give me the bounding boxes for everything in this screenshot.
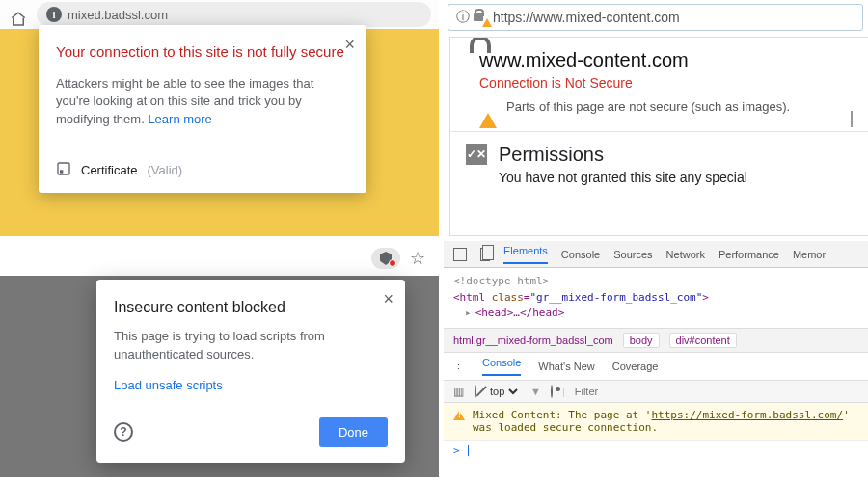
- page-info-icon[interactable]: ⓘ: [456, 9, 470, 26]
- connection-detail: Parts of this page are not secure (such …: [506, 98, 790, 116]
- html-tag-open: <html: [453, 291, 492, 304]
- chevron-right-icon: [851, 111, 853, 127]
- device-toggle-icon[interactable]: [480, 248, 490, 261]
- tab-network[interactable]: Network: [666, 249, 705, 260]
- drawer-tab-whatsnew[interactable]: What's New: [538, 361, 594, 372]
- popup-title: Your connection to this site is not full…: [56, 42, 349, 62]
- omnibox[interactable]: i mixed.badssl.com: [37, 2, 431, 27]
- certificate-icon: [56, 161, 71, 179]
- more-info-button[interactable]: [851, 113, 853, 127]
- devtools-panel: Elements Console Sources Network Perform…: [444, 241, 868, 477]
- drawer-tab-console[interactable]: Console: [482, 357, 521, 376]
- popup-body: Attackers might be able to see the image…: [56, 75, 349, 130]
- connection-status: Connection is Not Secure: [479, 75, 864, 91]
- clear-console-button[interactable]: [475, 386, 476, 397]
- load-unsafe-link[interactable]: Load unsafe scripts: [114, 378, 223, 392]
- tab-elements[interactable]: Elements: [503, 245, 548, 264]
- popup-title: Insecure content blocked: [114, 299, 388, 316]
- tab-sources[interactable]: Sources: [613, 249, 652, 260]
- expand-toggle-icon[interactable]: ▸: [465, 307, 472, 319]
- home-button[interactable]: [8, 5, 29, 25]
- popup-body: This page is trying to load scripts from…: [114, 328, 388, 364]
- console-warning-row: Mixed Content: The page at 'https://mixe…: [444, 403, 868, 441]
- drawer-tabbar: ⋮ Console What's New Coverage: [444, 353, 868, 381]
- permissions-icon: ✓✕: [466, 144, 487, 165]
- elements-tree[interactable]: <!doctype html> <html class="gr__mixed-f…: [444, 268, 868, 329]
- close-button[interactable]: ×: [344, 35, 355, 55]
- tab-console[interactable]: Console: [561, 249, 600, 260]
- urlbar-text: https://www.mixed-content.com: [493, 10, 680, 25]
- warning-url[interactable]: https://mixed-form.badssl.com/: [651, 409, 843, 421]
- chrome-blocked-content-panel: ☆ × Insecure content blocked This page i…: [0, 241, 439, 477]
- certificate-status: (Valid): [148, 163, 183, 177]
- identity-dropdown: www.mixed-content.com Connection is Not …: [449, 37, 868, 236]
- content-blocked-indicator[interactable]: [371, 248, 400, 269]
- html-attr-name: class: [492, 291, 524, 304]
- bookmark-button[interactable]: ☆: [410, 248, 425, 269]
- certificate-row[interactable]: Certificate (Valid): [56, 147, 349, 193]
- inspect-icon[interactable]: [453, 248, 467, 261]
- console-warning-text: Mixed Content: The page at 'https://mixe…: [473, 409, 863, 434]
- blocked-content-popup: × Insecure content blocked This page is …: [96, 280, 405, 463]
- html-attr-value: "gr__mixed-form_badssl_com": [530, 291, 703, 304]
- warning-icon: [479, 98, 497, 113]
- omnibox-actions: ☆: [371, 243, 425, 274]
- cursor-icon: [468, 445, 469, 456]
- sidebar-toggle-icon[interactable]: ▥: [451, 385, 465, 398]
- permissions-title: Permissions: [499, 144, 747, 166]
- permissions-text: You have not granted this site any speci…: [499, 170, 747, 185]
- console-toolbar: ▥ top ▼ |: [444, 381, 868, 403]
- breadcrumb-item[interactable]: html.gr__mixed-form_badssl_com: [453, 335, 613, 346]
- site-domain: www.mixed-content.com: [479, 49, 864, 71]
- clear-icon: [475, 385, 476, 398]
- firefox-identity-panel: ⓘ https://www.mixed-content.com www.mixe…: [444, 0, 868, 236]
- head-node: <head>…</head>: [475, 307, 565, 319]
- breadcrumb-item[interactable]: div#content: [669, 333, 737, 348]
- insecure-lock-icon[interactable]: [474, 10, 489, 25]
- alert-dot-icon: [389, 259, 396, 267]
- devtools-tabbar: Elements Console Sources Network Perform…: [444, 241, 868, 268]
- breadcrumb-item[interactable]: body: [623, 333, 660, 348]
- done-button[interactable]: Done: [319, 417, 388, 447]
- firefox-urlbar[interactable]: ⓘ https://www.mixed-content.com: [448, 4, 863, 31]
- console-prompt[interactable]: >: [444, 441, 868, 461]
- divider: [450, 131, 868, 132]
- omnibox-url: mixed.badssl.com: [68, 8, 168, 22]
- eye-icon: [551, 385, 553, 398]
- chrome-passive-mixed-panel: i mixed.badssl.com × Your connection to …: [0, 0, 439, 236]
- drawer-menu-icon[interactable]: ⋮: [453, 360, 465, 372]
- close-button[interactable]: ×: [383, 289, 393, 309]
- learn-more-link[interactable]: Learn more: [148, 112, 211, 126]
- help-icon: ?: [120, 425, 126, 439]
- tab-memory[interactable]: Memor: [793, 249, 826, 260]
- elements-breadcrumb: html.gr__mixed-form_badssl_com body div#…: [444, 329, 868, 353]
- page-info-popup: × Your connection to this site is not fu…: [39, 25, 366, 193]
- help-button[interactable]: ?: [114, 422, 133, 442]
- page-info-icon[interactable]: i: [46, 7, 62, 22]
- svg-rect-1: [60, 170, 63, 173]
- doctype-node: <!doctype html>: [453, 275, 549, 287]
- context-select[interactable]: top: [486, 385, 521, 398]
- home-icon: [10, 11, 27, 31]
- filter-input[interactable]: [575, 386, 710, 397]
- certificate-label: Certificate: [81, 163, 138, 177]
- svg-rect-0: [58, 163, 69, 174]
- live-expression-button[interactable]: [551, 386, 553, 397]
- drawer-tab-coverage[interactable]: Coverage: [612, 361, 659, 372]
- tab-performance[interactable]: Performance: [719, 249, 779, 260]
- warning-icon: [453, 411, 465, 420]
